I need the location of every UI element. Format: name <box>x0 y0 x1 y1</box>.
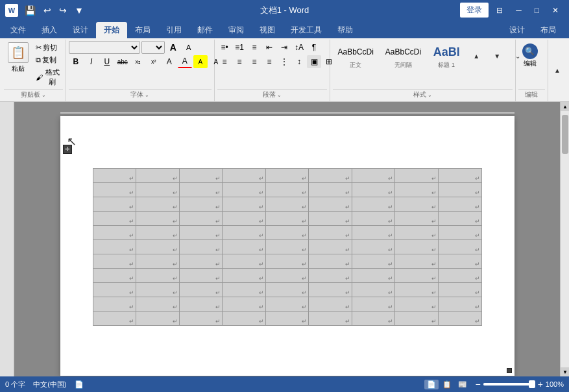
table-cell[interactable]: ↵ <box>179 212 223 226</box>
tab-layout[interactable]: 布局 <box>127 22 158 38</box>
document-page[interactable]: ↖ ✛ ↵↵↵↵↵↵↵↵↵↵↵↵↵↵↵↵↵↵↵↵↵↵↵↵↵↵↵↵↵↵↵↵↵↵↵↵… <box>60 116 515 376</box>
scroll-up-button[interactable]: ▲ <box>561 102 569 111</box>
justify-button[interactable]: ≡ <box>262 55 276 68</box>
login-button[interactable]: 登录 <box>460 3 489 18</box>
table-cell[interactable]: ↵ <box>265 212 309 226</box>
table-cell[interactable]: ↵ <box>438 240 481 254</box>
superscript-button[interactable]: x² <box>147 55 161 68</box>
paste-button[interactable]: 📋 粘贴 <box>4 41 32 75</box>
style-heading1[interactable]: AaBl 标题 1 <box>428 41 465 71</box>
table-cell[interactable]: ↵ <box>93 212 136 226</box>
table-cell[interactable]: ↵ <box>223 197 266 212</box>
table-cell[interactable]: ↵ <box>309 240 352 254</box>
cut-button[interactable]: ✂剪切 <box>34 42 63 53</box>
table-cell[interactable]: ↵ <box>265 283 309 297</box>
columns-button[interactable]: ⋮ <box>277 55 291 68</box>
tab-reference[interactable]: 引用 <box>158 22 189 38</box>
font-family-selector[interactable] <box>69 41 140 54</box>
table-cell[interactable]: ↵ <box>223 240 266 254</box>
table-cell[interactable]: ↵ <box>93 197 136 212</box>
table-cell[interactable]: ↵ <box>352 240 395 254</box>
save-button[interactable]: 💾 <box>22 4 38 17</box>
table-cell[interactable]: ↵ <box>136 312 180 326</box>
table-cell[interactable]: ↵ <box>93 297 136 312</box>
table-cell[interactable]: ↵ <box>179 297 223 312</box>
table-cell[interactable]: ↵ <box>136 226 180 240</box>
line-spacing-button[interactable]: ↕ <box>292 55 306 68</box>
highlight-button[interactable]: A <box>193 55 208 68</box>
scroll-thumb[interactable] <box>562 115 568 154</box>
table-cell[interactable]: ↵ <box>223 212 266 226</box>
style-no-spacing[interactable]: AaBbCcDi 无间隔 <box>381 41 426 71</box>
table-cell[interactable]: ↵ <box>179 197 223 212</box>
sort-button[interactable]: ↕A <box>292 41 306 54</box>
increase-indent-button[interactable]: ⇥ <box>277 41 291 54</box>
table-cell[interactable]: ↵ <box>309 212 352 226</box>
zoom-out-button[interactable]: − <box>475 379 480 389</box>
table-cell[interactable]: ↵ <box>265 254 309 269</box>
table-cell[interactable]: ↵ <box>265 312 309 326</box>
table-cell[interactable]: ↵ <box>136 269 180 283</box>
font-size-selector[interactable] <box>141 41 165 54</box>
zoom-thumb[interactable] <box>529 380 535 388</box>
table-cell[interactable]: ↵ <box>352 269 395 283</box>
table-cell[interactable]: ↵ <box>395 269 439 283</box>
tab-help[interactable]: 帮助 <box>330 22 361 38</box>
table-cell[interactable]: ↵ <box>395 226 439 240</box>
table-cell[interactable]: ↵ <box>438 183 481 197</box>
table-resize-handle[interactable] <box>507 368 512 373</box>
table-cell[interactable]: ↵ <box>438 297 481 312</box>
styles-scroll-down[interactable]: ▼ <box>488 51 506 61</box>
align-center-button[interactable]: ≡ <box>232 55 247 68</box>
tab-layout2[interactable]: 布局 <box>533 22 564 38</box>
doc-scroll-area[interactable]: ↖ ✛ ↵↵↵↵↵↵↵↵↵↵↵↵↵↵↵↵↵↵↵↵↵↵↵↵↵↵↵↵↵↵↵↵↵↵↵↵… <box>14 102 560 376</box>
clear-format-button[interactable]: A <box>162 55 176 68</box>
document-table[interactable]: ↵↵↵↵↵↵↵↵↵↵↵↵↵↵↵↵↵↵↵↵↵↵↵↵↵↵↵↵↵↵↵↵↵↵↵↵↵↵↵↵… <box>93 168 482 326</box>
scroll-down-button[interactable]: ▼ <box>561 367 569 376</box>
table-cell[interactable]: ↵ <box>395 183 439 197</box>
underline-button[interactable]: U <box>100 55 114 68</box>
tab-insert[interactable]: 插入 <box>34 22 65 38</box>
table-cell[interactable]: ↵ <box>223 183 266 197</box>
subscript-button[interactable]: x₂ <box>131 55 145 68</box>
shading-button[interactable]: ▣ <box>307 55 321 68</box>
multilevel-button[interactable]: ≡ <box>247 41 261 54</box>
tab-design2[interactable]: 设计 <box>502 22 533 38</box>
table-cell[interactable]: ↵ <box>352 226 395 240</box>
table-cell[interactable]: ↵ <box>223 254 266 269</box>
table-cell[interactable]: ↵ <box>309 183 352 197</box>
table-cell[interactable]: ↵ <box>352 283 395 297</box>
print-layout-button[interactable]: 📄 <box>424 380 439 389</box>
table-cell[interactable]: ↵ <box>309 197 352 212</box>
table-cell[interactable]: ↵ <box>395 312 439 326</box>
table-cell[interactable]: ↵ <box>395 197 439 212</box>
italic-button[interactable]: I <box>84 55 99 68</box>
table-cell[interactable]: ↵ <box>438 283 481 297</box>
zoom-in-button[interactable]: + <box>538 379 543 389</box>
clipboard-expand[interactable]: ⌄ <box>42 92 46 98</box>
ribbon-scroll-up[interactable]: ▲ <box>548 66 566 75</box>
tab-review[interactable]: 审阅 <box>221 22 252 38</box>
table-move-handle[interactable]: ✛ <box>63 145 72 154</box>
table-cell[interactable]: ↵ <box>179 283 223 297</box>
search-button[interactable]: 🔍 编辑 <box>518 41 542 71</box>
table-cell[interactable]: ↵ <box>309 283 352 297</box>
paragraph-expand[interactable]: ⌄ <box>277 92 282 98</box>
table-cell[interactable]: ↵ <box>265 183 309 197</box>
format-painter-button[interactable]: 🖌格式刷 <box>34 67 63 88</box>
table-cell[interactable]: ↵ <box>179 312 223 326</box>
table-cell[interactable]: ↵ <box>223 169 266 183</box>
table-cell[interactable]: ↵ <box>265 197 309 212</box>
table-cell[interactable]: ↵ <box>179 240 223 254</box>
table-cell[interactable]: ↵ <box>352 197 395 212</box>
strikethrough-button[interactable]: abc <box>115 55 130 68</box>
table-cell[interactable]: ↵ <box>93 283 136 297</box>
shrink-font-button[interactable]: A <box>182 41 196 54</box>
maximize-button[interactable]: □ <box>529 3 544 18</box>
table-cell[interactable]: ↵ <box>395 254 439 269</box>
scroll-track[interactable] <box>561 111 569 367</box>
table-cell[interactable]: ↵ <box>93 226 136 240</box>
table-cell[interactable]: ↵ <box>438 254 481 269</box>
table-cell[interactable]: ↵ <box>395 283 439 297</box>
show-marks-button[interactable]: ¶ <box>307 41 321 54</box>
